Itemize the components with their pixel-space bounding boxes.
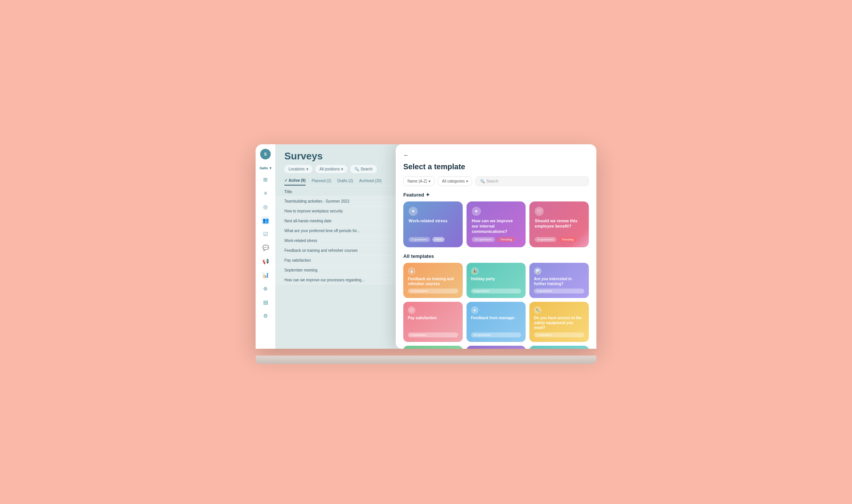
laptop-screen: S Saito ▾ ⊞ ≡ ◎ 👥 ☑ 💬 📢 📊 ⊛ ▤ ⚙ Surveys (256, 144, 596, 349)
megaphone-icon[interactable]: 📢 (261, 257, 270, 265)
template-card-title-5: Do you have access to the safety equipme… (534, 315, 584, 330)
template-card-icon-4: ♥ (471, 306, 479, 314)
tab-planned[interactable]: Planned (2) (312, 176, 331, 186)
template-card-badge-1: 6 questions (471, 289, 521, 293)
category-select[interactable]: All categories ▾ (438, 176, 472, 186)
sort-select[interactable]: Name (A-Z) ▾ (403, 176, 435, 186)
card-footer-1: 10 questions Trending (472, 237, 521, 242)
template-card-title-1: Holiday party (471, 276, 521, 286)
card-badge-trending-2: Trending (559, 237, 576, 242)
card-title-1: How can we improve our internal communic… (472, 218, 521, 234)
positions-filter[interactable]: All positions ▾ (315, 165, 347, 173)
card-icon-1: ♥ (472, 207, 481, 216)
card-badge-new-0: New (432, 237, 445, 242)
sidebar: S Saito ▾ ⊞ ≡ ◎ 👥 ☑ 💬 📢 📊 ⊛ ▤ ⚙ (256, 144, 275, 349)
template-card-title-3: Pay satisfaction (408, 315, 458, 330)
tab-archived[interactable]: Archived (20) (359, 176, 381, 186)
template-search-input[interactable]: 🔍 Search (475, 176, 589, 186)
template-card-badge-5: 6 questions (534, 332, 584, 337)
chat-icon[interactable]: 💬 (261, 243, 270, 252)
card-footer-0: 5 questions New (409, 237, 457, 242)
featured-card-0[interactable]: ♥ Work-related stress 5 questions New (403, 201, 463, 248)
template-modal: ← Select a template Name (A-Z) ▾ All cat… (396, 144, 596, 349)
template-card-icon-3: 🛡 (408, 306, 415, 314)
card-badge-questions-0: 5 questions (409, 237, 430, 242)
locations-filter[interactable]: Locations ▾ (284, 165, 312, 173)
card-icon[interactable]: ▤ (261, 298, 270, 306)
template-card-badge-4: 10 questions (471, 332, 521, 337)
all-templates-grid: 📋 Feedback on training and refresher cou… (403, 263, 589, 348)
card-footer-2: 6 questions Trending (535, 237, 584, 242)
template-card-icon-1: 🎉 (471, 267, 479, 275)
card-badge-questions-1: 10 questions (472, 237, 495, 242)
template-card-4[interactable]: ♥ Feedback from manager 10 questions (467, 302, 526, 342)
template-card-badge-0: 10 questions (408, 289, 458, 293)
tab-active[interactable]: ✓ Active (9) (284, 176, 306, 186)
template-card-2[interactable]: 📊 Are you interested in further training… (529, 263, 589, 298)
featured-card-1[interactable]: ♥ How can we improve our internal commun… (467, 201, 526, 248)
template-card-title-0: Feedback on training and refresher cours… (408, 276, 458, 286)
card-title-2: Should we renew this employee benefit? (535, 218, 584, 234)
tab-drafts[interactable]: Drafts (2) (337, 176, 353, 186)
featured-section-label: Featured ✦ (403, 192, 589, 198)
home-icon[interactable]: ⊞ (261, 175, 270, 184)
template-card-3[interactable]: 🛡 Pay satisfaction 8 questions (403, 302, 463, 342)
modal-controls: Name (A-Z) ▾ All categories ▾ 🔍 Search (403, 176, 589, 186)
card-icon-0: ♥ (409, 207, 418, 216)
laptop-wrapper: S Saito ▾ ⊞ ≡ ◎ 👥 ☑ 💬 📢 📊 ⊛ ▤ ⚙ Surveys (256, 144, 596, 364)
users-icon[interactable]: 👥 (261, 216, 270, 225)
layers-icon[interactable]: ≡ (261, 189, 270, 197)
featured-card-2[interactable]: 🛡 Should we renew this employee benefit?… (529, 201, 589, 248)
template-card-6[interactable]: 📊 Satisfaction regarding work satisfacti… (403, 346, 463, 348)
template-card-icon-2: 📊 (534, 267, 541, 275)
laptop-base (256, 356, 596, 364)
template-card-5[interactable]: 🔧 Do you have access to the safety equip… (529, 302, 589, 342)
template-card-icon-0: 📋 (408, 267, 415, 275)
template-card-1[interactable]: 🎉 Holiday party 6 questions (467, 263, 526, 298)
template-card-title-2: Are you interested in further training? (534, 276, 584, 286)
template-card-title-4: Feedback from manager (471, 315, 521, 330)
card-badge-questions-2: 6 questions (535, 237, 556, 242)
template-card-badge-2: 5 questions (534, 289, 584, 293)
avatar: S (260, 149, 271, 159)
template-card-7[interactable]: ♥ Mental health 9 questions (467, 346, 526, 348)
page-title: Surveys (284, 150, 323, 162)
back-button[interactable]: ← (403, 152, 589, 159)
back-arrow-icon: ← (403, 152, 409, 159)
globe-icon[interactable]: ◎ (261, 203, 270, 211)
brand-label: Saito ▾ (259, 166, 271, 170)
modal-title: Select a template (403, 162, 589, 171)
template-card-badge-3: 8 questions (408, 332, 458, 337)
all-templates-label: All templates (403, 253, 589, 259)
card-badge-trending-1: Trending (497, 237, 515, 242)
template-card-8[interactable]: ♥ Relationships with colleagues at work … (529, 346, 589, 348)
settings-icon[interactable]: ⚙ (261, 312, 270, 320)
template-card-0[interactable]: 📋 Feedback on training and refresher cou… (403, 263, 463, 298)
org-icon[interactable]: ⊛ (261, 284, 270, 293)
card-title-0: Work-related stress (409, 218, 457, 234)
featured-grid: ♥ Work-related stress 5 questions New ♥ … (403, 201, 589, 248)
chart-icon[interactable]: 📊 (261, 271, 270, 279)
template-card-icon-5: 🔧 (534, 306, 541, 314)
check-icon[interactable]: ☑ (261, 230, 270, 238)
card-icon-2: 🛡 (535, 207, 544, 216)
survey-search[interactable]: 🔍 Search (350, 165, 377, 173)
